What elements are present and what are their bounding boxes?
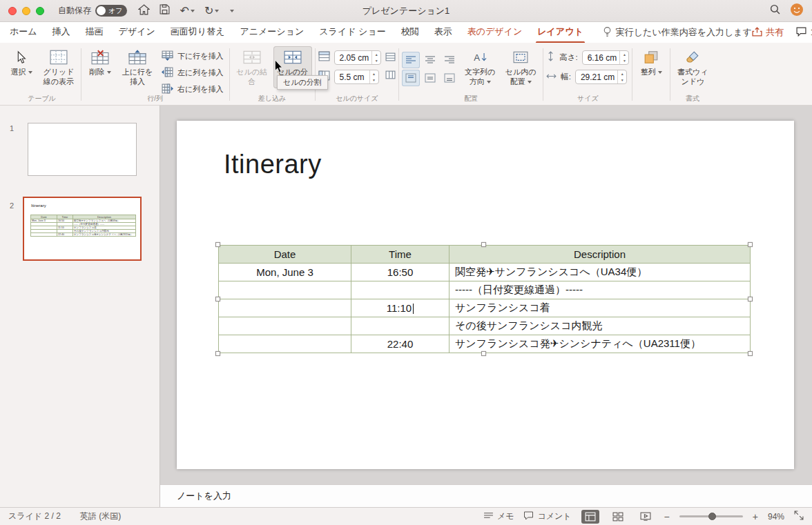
tab-view[interactable]: 表示 [434,26,452,39]
increment-arrow-icon[interactable]: ▲ [372,51,380,58]
selection-handle[interactable] [748,242,753,247]
increment-arrow-icon[interactable]: ▲ [618,70,626,77]
slideshow-view-button[interactable] [637,510,655,524]
decrement-arrow-icon[interactable]: ▼ [618,77,626,84]
slide-thumbnail-1[interactable] [28,123,137,176]
selection-handle[interactable] [215,351,220,356]
autosave-toggle[interactable]: 自動保存 オフ [58,5,127,17]
selection-handle[interactable] [481,351,486,356]
table-cell[interactable]: サンフランシスコ発✈シンシナティへ（UA2311便） [72,233,135,237]
selection-handle[interactable] [748,351,753,356]
toolbar-options-button[interactable] [229,5,234,17]
comments-button[interactable]: コメント [796,26,812,39]
insert-row-above-button[interactable]: 上に行を挿入 [118,46,157,88]
table-selection[interactable]: DateTimeDescriptionMon, June 316:50関空発✈サ… [218,245,750,353]
table-cell[interactable]: Mon, June 3 [219,264,351,281]
select-button[interactable]: 選択 [6,46,37,79]
notes-toggle-button[interactable]: メモ [483,511,514,522]
arrange-button[interactable]: 整列 [635,46,667,79]
table-header-cell[interactable]: Description [450,246,751,264]
comments-toggle-button[interactable]: コメント [523,511,571,522]
table-cell[interactable]: 16:50 [351,264,450,281]
itinerary-table[interactable]: DateTimeDescriptionMon, June 316:50関空発✈サ… [218,245,751,353]
table-cell[interactable]: 11:10 [351,299,450,317]
notes-pane[interactable]: ノートを入力 [160,484,812,507]
table-cell[interactable] [219,317,351,335]
share-button[interactable]: 共有 [752,26,784,39]
tab-layout[interactable]: レイアウト [537,26,583,39]
slide[interactable]: Itinerary DateTimeDescriptionMon, June 3… [177,121,794,469]
tab-insert[interactable]: 挿入 [52,26,70,39]
table-cell[interactable]: その後サンフランシスコ内観光 [450,317,751,335]
close-button[interactable] [8,7,17,15]
selection-handle[interactable] [748,297,753,301]
zoom-slider-knob[interactable] [708,513,716,520]
table-cell[interactable] [31,233,57,237]
align-right-button[interactable] [441,52,458,68]
distribute-columns-button[interactable] [385,70,396,82]
slide-thumbnail-2[interactable]: Itinerary DateTimeDescriptionMon, June 3… [23,197,142,261]
slide-title[interactable]: Itinerary [224,150,322,179]
cell-width-input[interactable]: 5.5 cm ▲▼ [334,70,379,84]
selection-handle[interactable] [481,242,486,247]
zoom-in-button[interactable]: + [753,511,758,522]
table-cell[interactable] [351,281,450,299]
home-icon[interactable] [138,4,150,18]
tab-slideshow[interactable]: スライド ショー [319,26,385,39]
align-left-button[interactable] [402,52,420,68]
distribute-rows-button[interactable] [385,52,396,64]
tab-review[interactable]: 校閲 [401,26,419,39]
redo-button[interactable]: ↻ [204,5,219,17]
table-cell[interactable]: -----（日付変更線通過）----- [450,281,751,299]
selection-handle[interactable] [215,297,220,301]
text-direction-button[interactable]: A 文字列の方向 [461,46,499,88]
format-pane-button[interactable]: 書式ウィンドウ [673,46,712,88]
fullscreen-button[interactable] [36,7,44,15]
search-icon[interactable] [770,4,780,17]
increment-arrow-icon[interactable]: ▲ [370,70,378,77]
fit-slide-button[interactable] [794,511,804,522]
view-gridlines-button[interactable]: グリッド線の表示 [39,46,78,88]
tab-transitions[interactable]: 画面切り替え [171,26,225,39]
insert-row-below-button[interactable]: 下に行を挿入 [159,49,226,63]
selection-handle[interactable] [215,242,220,247]
decrement-arrow-icon[interactable]: ▼ [372,58,380,65]
tab-design[interactable]: デザイン [119,26,155,39]
increment-arrow-icon[interactable]: ▲ [620,51,628,58]
align-center-button[interactable] [421,52,439,68]
tab-draw[interactable]: 描画 [86,26,104,39]
tell-me-box[interactable]: 実行したい作業内容を入力します [603,26,752,39]
table-cell[interactable] [219,335,351,353]
tab-home[interactable]: ホーム [10,26,37,39]
table-header-cell[interactable]: Date [219,246,351,264]
autosave-switch[interactable]: オフ [95,5,127,17]
zoom-level[interactable]: 94% [768,512,784,522]
zoom-out-button[interactable]: − [664,511,670,522]
tab-animations[interactable]: アニメーション [240,26,304,39]
table-width-input[interactable]: 29.21 cm ▲▼ [575,70,627,84]
decrement-arrow-icon[interactable]: ▼ [620,58,628,65]
language-indicator[interactable]: 英語 (米国) [80,511,121,522]
insert-column-left-button[interactable]: 左に列を挿入 [159,66,226,79]
undo-button[interactable]: ↶ [180,5,194,17]
cell-margins-button[interactable]: セル内の配置 [501,46,540,88]
normal-view-button[interactable] [581,510,599,524]
table-cell[interactable] [219,281,351,299]
align-bottom-button[interactable] [441,70,458,86]
slide-sorter-view-button[interactable] [609,510,627,524]
table-height-input[interactable]: 6.16 cm ▲▼ [582,50,630,65]
align-top-button[interactable] [402,70,420,86]
table-cell[interactable]: サンフランシスコ発✈シンシナティへ（UA2311便） [450,335,751,353]
tab-table-design[interactable]: 表のデザイン [467,26,523,39]
cell-height-input[interactable]: 2.05 cm ▲▼ [334,50,382,65]
table-cell[interactable]: 22:40 [57,233,73,237]
account-avatar[interactable] [790,3,804,19]
align-middle-button[interactable] [421,70,439,86]
minimize-button[interactable] [22,7,30,15]
save-icon[interactable] [160,4,170,17]
table-cell[interactable]: 関空発✈サンフランシスコへ（UA34便） [450,264,751,281]
delete-button[interactable]: 削除 [84,46,116,79]
table-cell[interactable] [219,299,351,317]
table-header-cell[interactable]: Time [351,246,450,264]
table-cell[interactable]: 22:40 [351,335,450,353]
